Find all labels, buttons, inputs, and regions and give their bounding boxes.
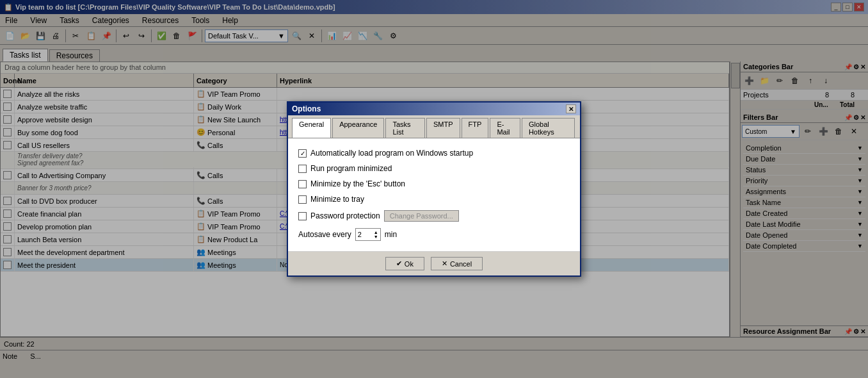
cancel-x: ✕ [442,259,447,268]
options-dialog: Options ✕ General Appearance Tasks List … [287,101,581,277]
dialog-tabs: General Appearance Tasks List SMTP FTP E… [288,115,580,138]
dialog-title-bar: Options ✕ [288,103,580,115]
option-minimize-esc: Minimize by the 'Esc' button [298,179,570,188]
checkbox-run-minimized[interactable] [298,165,307,173]
option-minimize-tray: Minimize to tray [298,195,570,204]
dialog-tab-tasks-list[interactable]: Tasks List [385,118,425,138]
autosave-unit: min [385,230,397,239]
autosave-label: Autosave every [298,230,351,239]
cancel-button[interactable]: ✕ Cancel [431,257,483,270]
autosave-row: Autosave every 2 ▲ ▼ min [298,228,570,241]
change-password-button[interactable]: Change Password... [384,210,459,222]
option-auto-load: Automatically load program on Windows st… [298,149,570,158]
autosave-spinner[interactable]: 2 ▲ ▼ [355,228,381,241]
label-password: Password protection [310,211,380,220]
checkbox-password[interactable] [298,212,307,220]
dialog-title-text: Options [292,104,321,113]
dialog-tab-smtp[interactable]: SMTP [426,118,460,138]
ok-button[interactable]: ✔ Ok [385,257,424,270]
cancel-label: Cancel [450,260,472,268]
ok-checkmark: ✔ [396,259,402,268]
option-password: Password protection Change Password... [298,210,570,222]
dialog-tab-ftp[interactable]: FTP [462,118,489,138]
autosave-value: 2 [358,231,362,238]
dialog-footer: ✔ Ok ✕ Cancel [288,251,580,275]
dialog-body: Automatically load program on Windows st… [288,138,580,251]
dialog-tab-email[interactable]: E-Mail [490,118,520,138]
option-run-minimized: Run program minimized [298,164,570,173]
checkbox-minimize-tray[interactable] [298,195,307,204]
label-auto-load: Automatically load program on Windows st… [310,149,473,158]
dialog-tab-hotkeys[interactable]: Global Hotkeys [522,118,575,138]
spin-up[interactable]: ▲ [374,230,378,234]
checkbox-auto-load[interactable] [298,149,307,158]
dialog-overlay: Options ✕ General Appearance Tasks List … [0,0,868,378]
dialog-close-button[interactable]: ✕ [566,104,576,113]
label-minimize-esc: Minimize by the 'Esc' button [310,179,405,188]
label-run-minimized: Run program minimized [310,164,392,173]
spin-down[interactable]: ▼ [374,234,378,239]
label-minimize-tray: Minimize to tray [310,195,364,204]
checkbox-minimize-esc[interactable] [298,180,307,188]
dialog-tab-appearance[interactable]: Appearance [332,118,384,138]
dialog-tab-general[interactable]: General [292,118,331,138]
ok-label: Ok [405,260,414,268]
spin-arrows[interactable]: ▲ ▼ [374,230,378,239]
